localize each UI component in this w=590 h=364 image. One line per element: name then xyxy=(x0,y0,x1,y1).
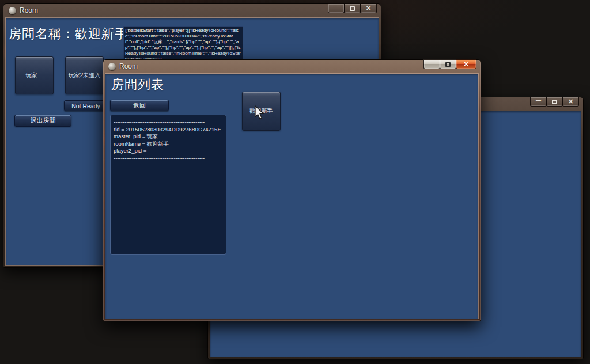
room-list-header: 房間列表 xyxy=(111,76,164,93)
maximize-icon xyxy=(445,62,451,67)
room-name-header: 房間名稱：歡迎新手 xyxy=(9,25,128,43)
mouse-cursor xyxy=(254,105,267,120)
close-icon: ✕ xyxy=(463,61,468,67)
exit-room-button[interactable]: 退出房間 xyxy=(14,115,71,127)
minimize-button[interactable]: — xyxy=(328,3,345,13)
info-line-master-pid: master_pid = 玩家一 xyxy=(114,133,223,141)
minimize-button[interactable]: — xyxy=(423,59,440,69)
window1-title: Room xyxy=(20,6,38,14)
back-button[interactable]: 返回 xyxy=(110,100,169,111)
player2-tile[interactable]: 玩家2未進入 xyxy=(65,56,104,94)
info-line-rid: rid = 201505280303294DD9276B0C74715E xyxy=(114,126,223,134)
close-button[interactable]: ✕ xyxy=(562,97,579,107)
minimize-button[interactable]: — xyxy=(530,97,547,107)
window2-title: Room xyxy=(119,62,138,70)
minimize-icon: — xyxy=(334,5,339,10)
window2-titlebar[interactable]: Room — ✕ xyxy=(103,60,481,73)
info-line-player2-pid: player2_pid = xyxy=(114,147,223,155)
desktop: { "icons": { "minimize": "—", "close": "… xyxy=(0,0,590,364)
close-icon: ✕ xyxy=(366,5,371,12)
minimize-icon: — xyxy=(429,60,434,66)
room-list-window: Room — ✕ 房間列表 返回 -----------------------… xyxy=(103,59,481,321)
close-button[interactable]: ✕ xyxy=(456,59,476,69)
info-line-room-name: roomName = 歡迎新手 xyxy=(114,141,223,148)
info-line: ----------------------------------------… xyxy=(114,119,223,126)
close-button[interactable]: ✕ xyxy=(360,3,377,13)
app-icon xyxy=(9,7,16,14)
room-info-box: ----------------------------------------… xyxy=(110,115,226,255)
maximize-button[interactable] xyxy=(440,59,456,69)
maximize-icon xyxy=(552,100,557,104)
minimize-icon: — xyxy=(536,98,541,103)
window2-content: 房間列表 返回 --------------------------------… xyxy=(105,74,478,318)
maximize-icon xyxy=(350,6,355,11)
player1-tile[interactable]: 玩家一 xyxy=(15,56,54,94)
window1-titlebar[interactable]: Room — ✕ xyxy=(3,4,381,17)
maximize-button[interactable] xyxy=(344,3,361,13)
close-icon: ✕ xyxy=(568,98,573,105)
not-ready-button[interactable]: Not Ready xyxy=(64,100,108,111)
info-line: ----------------------------------------… xyxy=(114,155,223,162)
app-icon xyxy=(108,63,116,70)
maximize-button[interactable] xyxy=(546,97,563,107)
